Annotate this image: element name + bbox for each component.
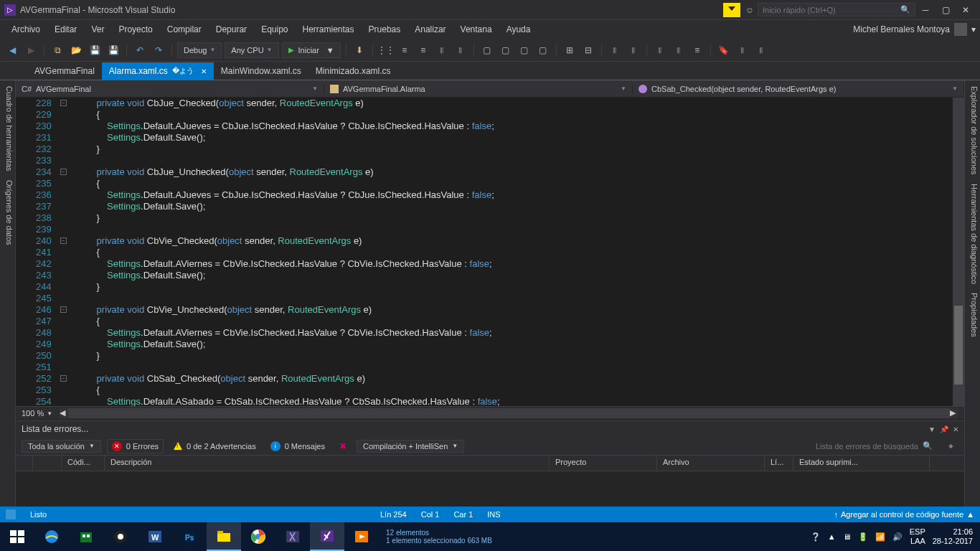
zoom-level[interactable]: 100 % xyxy=(22,409,44,418)
filter-icon[interactable]: ⌖ xyxy=(943,438,958,454)
chrome-icon[interactable] xyxy=(241,522,275,551)
close-icon[interactable]: ✕ xyxy=(953,425,958,433)
source-control-button[interactable]: ↑ Agregar al control de código fuente ▲ xyxy=(834,510,974,519)
toolbar-icon[interactable]: ⫴ xyxy=(652,42,668,58)
toolbar-icon[interactable]: ▢ xyxy=(535,42,551,58)
sidebar-tab-diagnostics[interactable]: Herramientas de diagnóstico xyxy=(966,184,979,284)
menu-ventana[interactable]: Ventana xyxy=(453,22,499,37)
step-button[interactable]: ⬇ xyxy=(352,42,367,58)
error-col[interactable]: Códi... xyxy=(62,456,105,471)
toolbar-icon[interactable]: ⫴ xyxy=(626,42,641,58)
menu-proyecto[interactable]: Proyecto xyxy=(111,22,159,37)
system-tray[interactable]: ❔ ▲ 🖥 🔋 📶 🔊 ESPLAA 21:0628-12-2017 xyxy=(804,527,980,546)
error-col[interactable]: Archivo xyxy=(657,456,765,471)
sidebar-tab-datasources[interactable]: Orígenes de datos xyxy=(1,180,14,245)
media-icon[interactable] xyxy=(344,522,379,551)
redo-button[interactable]: ↷ xyxy=(151,42,166,58)
feedback-icon[interactable]: ☺ xyxy=(742,3,758,17)
toolbar-icon[interactable]: ≡ xyxy=(689,42,705,58)
toolbar-icon[interactable]: ⫴ xyxy=(735,42,750,58)
notification-icon[interactable] xyxy=(723,3,740,17)
toolbar-icon[interactable]: ⊟ xyxy=(580,42,596,58)
messages-filter[interactable]: i0 Mensajes xyxy=(266,440,329,453)
file-tab[interactable]: Alarma.xaml.cs�よう✕ xyxy=(102,62,214,80)
ie-icon[interactable] xyxy=(34,522,69,551)
toolbar-icon[interactable]: ▢ xyxy=(498,42,514,58)
menu-archivo[interactable]: Archivo xyxy=(4,22,47,37)
code-area[interactable]: private void CbJue_Checked(object sender… xyxy=(70,98,953,406)
help-icon[interactable]: ❔ xyxy=(811,532,821,542)
fold-gutter[interactable]: −−−−− xyxy=(59,98,70,406)
open-button[interactable]: 📂 xyxy=(68,42,84,58)
error-col[interactable]: Estado suprimi... xyxy=(793,456,930,471)
code-editor[interactable]: 2282292302312322332342352362372382392402… xyxy=(16,98,964,406)
battery-icon[interactable]: 🔋 xyxy=(858,532,868,542)
toolbar-icon[interactable]: ⫴ xyxy=(671,42,687,58)
toolbar-icon[interactable]: ⋮⋮ xyxy=(378,42,394,58)
class-dropdown[interactable]: AVGemmaFinal.Alarma▼ xyxy=(324,85,633,93)
save-all-button[interactable]: 💾 xyxy=(105,42,121,58)
menu-compilar[interactable]: Compilar xyxy=(160,22,209,37)
toolbar-icon[interactable]: ≡ xyxy=(397,42,413,58)
user-account[interactable]: Michel Bernales Montoya▾ xyxy=(853,23,976,36)
tray-keyboard[interactable]: LAA xyxy=(910,537,925,546)
word-icon[interactable]: W xyxy=(138,522,172,551)
vertical-scrollbar[interactable] xyxy=(953,98,964,406)
nav-back-button[interactable]: ◀ xyxy=(4,42,20,58)
error-col[interactable] xyxy=(16,456,33,471)
store-icon[interactable] xyxy=(69,522,103,551)
menu-ayuda[interactable]: Ayuda xyxy=(499,22,538,37)
scope-dropdown[interactable]: C#AVGemmaFinal▼ xyxy=(16,85,324,93)
network-icon[interactable]: 📶 xyxy=(875,532,885,542)
scroll-thumb[interactable] xyxy=(954,306,963,385)
member-dropdown[interactable]: CbSab_Checked(object sender, RoutedEvent… xyxy=(633,85,964,93)
menu-ver[interactable]: Ver xyxy=(84,22,111,37)
close-button[interactable]: ✕ xyxy=(956,3,976,17)
menu-pruebas[interactable]: Pruebas xyxy=(362,22,408,37)
vs-icon[interactable] xyxy=(310,522,344,551)
menu-herramientas[interactable]: Herramientas xyxy=(296,22,362,37)
nav-fwd-button[interactable]: ▶ xyxy=(23,42,39,58)
explorer-icon[interactable] xyxy=(207,522,241,551)
tray-date[interactable]: 28-12-2017 xyxy=(933,537,973,546)
quick-launch-input[interactable]: Inicio rápido (Ctrl+Q)🔍 xyxy=(758,3,915,17)
menu-equipo[interactable]: Equipo xyxy=(254,22,295,37)
error-col[interactable] xyxy=(33,456,62,471)
minimize-button[interactable]: ─ xyxy=(915,3,936,17)
toolbar-icon[interactable]: ⊞ xyxy=(562,42,578,58)
config-dropdown[interactable]: Debug▼ xyxy=(177,42,222,58)
toolbar-icon[interactable]: ⫴ xyxy=(753,42,769,58)
undo-button[interactable]: ↶ xyxy=(132,42,148,58)
save-button[interactable]: 💾 xyxy=(87,42,103,58)
pin-icon[interactable]: 📌 xyxy=(940,425,948,433)
menu-analizar[interactable]: Analizar xyxy=(407,22,453,37)
start-menu-button[interactable] xyxy=(0,522,34,551)
vscode-icon[interactable] xyxy=(275,522,310,551)
toolbar-icon[interactable]: ▢ xyxy=(479,42,495,58)
maximize-button[interactable]: ▢ xyxy=(936,3,956,17)
error-col[interactable]: Proyecto xyxy=(550,456,657,471)
volume-icon[interactable]: 🔊 xyxy=(892,532,903,542)
error-col[interactable]: Descripción xyxy=(105,456,550,471)
toolbar-icon[interactable]: ⫴ xyxy=(434,42,450,58)
tray-icon[interactable]: 🖥 xyxy=(843,532,851,541)
warnings-filter[interactable]: 0 de 2 Advertencias xyxy=(169,441,260,452)
error-search-input[interactable]: Lista de errores de búsqueda🔍 xyxy=(811,440,937,452)
platform-dropdown[interactable]: Any CPU▼ xyxy=(225,42,278,58)
dropdown-icon[interactable]: ▼ xyxy=(928,425,936,433)
error-col[interactable]: Lí... xyxy=(765,456,793,471)
photoshop-icon[interactable]: Ps xyxy=(172,522,207,551)
bookmark-icon[interactable]: 🔖 xyxy=(716,42,732,58)
tray-lang[interactable]: ESP xyxy=(910,527,925,537)
toolbar-icon[interactable]: ▢ xyxy=(517,42,532,58)
tray-icon[interactable]: ▲ xyxy=(828,532,836,541)
errors-filter[interactable]: ✕0 Errores xyxy=(107,439,164,453)
file-tab[interactable]: Minimizado.xaml.cs xyxy=(308,62,398,80)
toolbar-icon[interactable]: ⫴ xyxy=(607,42,623,58)
toolbar-icon[interactable]: ⫴ xyxy=(453,42,468,58)
menu-editar[interactable]: Editar xyxy=(47,22,84,37)
tray-time[interactable]: 21:06 xyxy=(933,527,973,537)
clear-icon[interactable]: ✖ xyxy=(335,438,351,454)
scope-filter[interactable]: Toda la solución▼ xyxy=(22,440,101,453)
file-tab[interactable]: MainWindow.xaml.cs xyxy=(214,62,308,80)
